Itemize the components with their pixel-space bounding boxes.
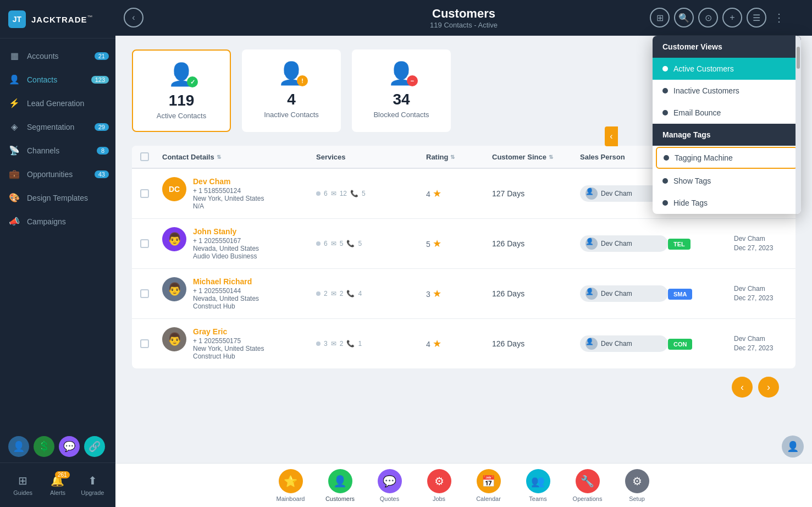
sidebar-label-contacts: Contacts [27, 75, 57, 84]
sidebar-item-design-templates[interactable]: 🎨 Design Templates [0, 186, 115, 210]
quotes-label: Quotes [380, 495, 399, 502]
row2-avatar: 👨 [162, 227, 186, 251]
bottom-nav: ⭐ Mainboard 👤 Customers 💬 Quotes ⚙ Jobs … [115, 463, 812, 507]
sp-avatar: 👤 [585, 188, 598, 200]
user-avatar[interactable]: 👤 [782, 436, 804, 458]
row4-services: 3 ✉ 2 📞 1 [316, 340, 426, 348]
table-row: 👨 Gray Eric + 1 2025550175 New York, Uni… [132, 319, 796, 368]
channels-badge: 8 [97, 147, 109, 155]
last-date: Dec 27, 2023 [734, 344, 796, 353]
sidebar-item-segmentation[interactable]: ◈ Segmentation 29 [0, 115, 115, 139]
inactive-contacts-icon-wrap: 👤 ! [278, 60, 305, 86]
row2-location: Nevada, United States [193, 245, 259, 252]
row3-company: Construct Hub [193, 302, 259, 310]
row1-checkbox[interactable] [140, 189, 162, 198]
opportunities-badge: 43 [95, 170, 109, 178]
tag-badge: CON [668, 339, 692, 350]
service-dot [316, 341, 321, 346]
blocked-contacts-label: Blocked Contacts [373, 111, 429, 119]
bottom-nav-mainboard[interactable]: ⭐ Mainboard [274, 469, 307, 502]
blocked-contacts-icon-wrap: 👤 − [388, 60, 415, 86]
sidebar-icon-dollar[interactable]: 💲 [34, 436, 54, 457]
bottom-nav-customers[interactable]: 👤 Customers [324, 469, 357, 502]
row2-company: Audio Video Business [193, 252, 259, 260]
sp-name: Dev Cham [601, 190, 632, 197]
dropdown-item-tagging-machine[interactable]: Tagging Machine [656, 147, 798, 169]
alerts-button[interactable]: 🔔 261 Alerts [43, 471, 72, 499]
sidebar-icon-person[interactable]: 👤 [8, 436, 29, 457]
sidebar-item-lead-generation[interactable]: ⚡ Lead Generation [0, 91, 115, 115]
grid-view-button[interactable]: ⊞ [650, 8, 670, 27]
sidebar-item-accounts[interactable]: ▦ Accounts 21 [0, 44, 115, 68]
tag-badge: SMA [668, 289, 692, 300]
row4-tag: CON [668, 339, 734, 349]
sidebar-item-channels[interactable]: 📡 Channels 8 [0, 139, 115, 162]
active-badge: ✓ [187, 76, 198, 87]
filter-button[interactable]: ⊙ [698, 8, 718, 27]
call-icon: 📞 [346, 290, 355, 297]
menu-button[interactable]: ☰ [747, 8, 766, 27]
more-options-button[interactable]: ⋮ [774, 11, 785, 24]
dropdown-item-hide-tags[interactable]: Hide Tags [653, 192, 801, 214]
bottom-nav-setup[interactable]: ⚙ Setup [621, 469, 654, 502]
dropdown-item-active-customers[interactable]: Active Customers [653, 58, 801, 80]
row3-checkbox[interactable] [140, 289, 162, 298]
blocked-contacts-card[interactable]: 👤 − 34 Blocked Contacts [352, 49, 451, 132]
th-customer-since: Customer Since ⇅ [492, 152, 580, 161]
dropdown-item-email-bounce[interactable]: Email Bounce [653, 102, 801, 124]
th-contact-details: Contact Details ⇅ [162, 152, 316, 161]
row1-info: Dev Cham + 1 5185550124 New York, United… [193, 177, 264, 210]
row3-avatar: 👨 [162, 277, 186, 301]
service-dot [316, 241, 321, 246]
collapse-panel-button[interactable]: ‹ [605, 126, 618, 146]
row3-tag: SMA [668, 289, 734, 299]
sidebar-item-opportunities[interactable]: 💼 Opportunities 43 [0, 162, 115, 186]
dropdown-item-show-tags[interactable]: Show Tags [653, 170, 801, 192]
search-button[interactable]: 🔍 [674, 8, 694, 27]
row4-name[interactable]: Gray Eric [193, 327, 264, 336]
sidebar-icon-chat[interactable]: 💬 [59, 436, 80, 457]
row2-info: John Stanly + 1 2025550167 Nevada, Unite… [193, 227, 259, 260]
sidebar-label-segmentation: Segmentation [27, 123, 74, 131]
bottom-nav-jobs[interactable]: ⚙ Jobs [423, 469, 456, 502]
customers-label: Customers [325, 495, 355, 502]
row4-company: Construct Hub [193, 352, 264, 360]
th-checkbox [140, 152, 162, 161]
upgrade-button[interactable]: ⬆ Upgrade [78, 471, 107, 499]
upgrade-icon: ⬆ [88, 474, 97, 487]
msg-icon: ✉ [331, 340, 336, 348]
row2-name[interactable]: John Stanly [193, 227, 259, 236]
back-button[interactable]: ‹ [124, 8, 143, 27]
email-bounce-dot [662, 110, 668, 115]
row3-name[interactable]: Michael Richard [193, 277, 259, 286]
sidebar-icon-share[interactable]: 🔗 [84, 436, 105, 457]
row2-checkbox[interactable] [140, 239, 162, 248]
bottom-nav-quotes[interactable]: 💬 Quotes [373, 469, 406, 502]
row4-checkbox[interactable] [140, 339, 162, 348]
next-page-button[interactable]: › [758, 377, 779, 398]
row3-salesperson: 👤 Dev Cham [580, 285, 668, 302]
dropdown-item-inactive-customers[interactable]: Inactive Customers [653, 80, 801, 102]
inactive-contacts-card[interactable]: 👤 ! 4 Inactive Contacts [242, 49, 341, 132]
bottom-nav-operations[interactable]: 🔧 Operations [571, 469, 604, 502]
add-button[interactable]: + [722, 8, 742, 27]
bottom-nav-teams[interactable]: 👥 Teams [522, 469, 555, 502]
design-templates-icon: 🎨 [8, 192, 20, 203]
prev-page-button[interactable]: ‹ [732, 377, 753, 398]
tagging-machine-label: Tagging Machine [675, 153, 733, 162]
inactive-badge: ! [297, 75, 308, 86]
logo-icon: JT [8, 10, 26, 28]
sidebar-item-campaigns[interactable]: 📣 Campaigns [0, 210, 115, 233]
inactive-customers-label: Inactive Customers [673, 86, 739, 95]
bottom-nav-calendar[interactable]: 📅 Calendar [472, 469, 505, 502]
sp-avatar: 👤 [585, 288, 598, 300]
row2-rating: 5★ [426, 238, 492, 250]
teams-label: Teams [529, 495, 546, 502]
sidebar-item-contacts[interactable]: 👤 Contacts 123 [0, 68, 115, 91]
sp-name: Dev Cham [601, 240, 632, 247]
guides-button[interactable]: ⊞ Guides [8, 471, 37, 499]
row1-name[interactable]: Dev Cham [193, 177, 264, 186]
active-contacts-label: Active Contacts [157, 112, 206, 120]
row4-phone: + 1 2025550175 [193, 337, 264, 345]
active-contacts-card[interactable]: 👤 ✓ 119 Active Contacts [132, 49, 231, 132]
